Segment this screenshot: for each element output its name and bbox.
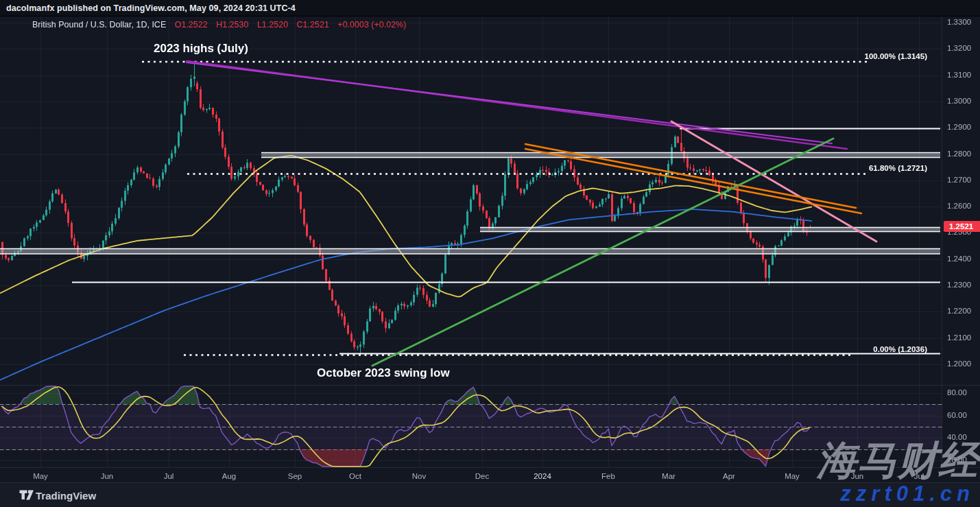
legend-low: L1.2520 (257, 20, 288, 30)
publish-info-bar: dacolmanfx published on TradingView.com,… (0, 0, 980, 16)
annotation-2023-highs: 2023 highs (July) (154, 42, 248, 56)
time-axis-label: Apr (723, 472, 735, 480)
time-axis-label: Jul (164, 472, 174, 480)
legend-change: +0.0003 (+0.02%) (337, 20, 406, 30)
symbol-legend[interactable]: British Pound / U.S. Dollar, 1D, ICE O1.… (32, 20, 406, 30)
annotation-oct-swing-low: October 2023 swing low (317, 366, 450, 380)
rsi-axis-label: 60.00 (947, 411, 967, 419)
time-axis-label: Nov (412, 472, 426, 480)
symbol-title: British Pound / U.S. Dollar, 1D, ICE (32, 20, 166, 30)
price-axis-label: 1.3000 (947, 97, 971, 105)
price-chart-canvas[interactable] (0, 0, 980, 507)
price-axis-label: 1.2600 (947, 202, 971, 210)
price-axis-label: 1.2100 (947, 333, 971, 342)
fib-level-label: 0.00% (1.2036) (873, 345, 927, 353)
legend-high: H1.2530 (216, 20, 248, 30)
time-axis-label: May (785, 472, 800, 480)
tradingview-published-chart: dacolmanfx published on TradingView.com,… (0, 0, 980, 507)
time-axis-label: Oct (349, 472, 361, 480)
watermark-site: zzrt01.cn (840, 482, 975, 506)
price-axis-label: 1.3100 (947, 71, 971, 79)
time-axis-label: Mar (662, 472, 676, 480)
legend-close: C1.2521 (297, 20, 329, 30)
time-axis-label: Jun (101, 472, 114, 480)
time-axis-label: Feb (601, 472, 615, 480)
publish-info-text: dacolmanfx published on TradingView.com,… (6, 3, 296, 13)
time-axis-label: Sep (288, 472, 302, 480)
time-axis-label: Aug (222, 472, 236, 480)
watermark-cjk: 海马财经 (817, 434, 979, 488)
tradingview-logo-icon[interactable] (19, 490, 34, 500)
price-axis-label: 1.2300 (947, 281, 971, 289)
price-axis-label: 1.3300 (947, 18, 971, 26)
fib-level-label: 100.00% (1.3145) (865, 52, 927, 60)
time-axis-label: 2024 (534, 472, 551, 480)
time-axis-label: Dec (475, 472, 489, 480)
price-axis-label: 1.2700 (947, 176, 971, 184)
rsi-axis-label: 80.00 (947, 388, 967, 397)
fib-level-label: 61.80% (1.2721) (869, 164, 927, 172)
price-axis-label: 1.2800 (947, 150, 971, 158)
time-axis-label: May (33, 472, 48, 480)
last-price-badge: 1.2521 (944, 221, 980, 232)
price-axis-label: 1.2000 (947, 359, 971, 368)
legend-open: O1.2522 (175, 20, 208, 30)
price-axis-label: 1.2400 (947, 255, 971, 263)
price-axis-label: 1.3200 (947, 44, 971, 52)
price-axis-label: 1.2900 (947, 123, 971, 131)
tradingview-brand-text[interactable]: TradingView (36, 490, 96, 502)
price-axis-label: 1.2200 (947, 307, 971, 315)
